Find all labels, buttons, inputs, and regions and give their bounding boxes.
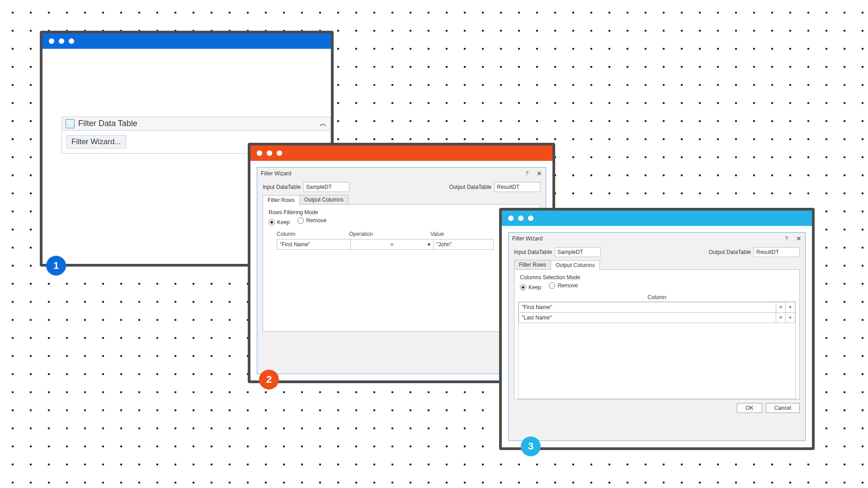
radio-remove[interactable]: Remove (549, 282, 578, 289)
group-title: Columns Selection Mode (514, 270, 799, 282)
window-dot-icon (267, 150, 272, 156)
step-badge-3: 3 (521, 436, 541, 456)
window-dot-icon (508, 216, 514, 221)
step-badge-1: 1 (46, 256, 66, 276)
activity-title: Filter Data Table (78, 119, 137, 128)
radio-remove[interactable]: Remove (297, 217, 326, 224)
titlebar-2 (250, 145, 552, 161)
activity-header[interactable]: Filter Data Table ︽ (61, 117, 331, 131)
tab-output-columns[interactable]: Output Columns (551, 260, 600, 270)
ok-button[interactable]: OK (737, 403, 762, 413)
filter-wizard-button[interactable]: Filter Wizard... (66, 135, 126, 149)
column-row: "Last Name" × + (519, 312, 795, 323)
dialog-buttons: OK Cancel (509, 399, 805, 417)
filter-grid-headers: Column Operation Value (263, 229, 540, 239)
output-datatable-label: Output DataTable (709, 249, 751, 255)
output-datatable-field[interactable]: ResultDT (754, 247, 800, 257)
input-datatable-field[interactable]: SampleDT (555, 247, 601, 257)
add-row-button[interactable]: + (785, 312, 795, 323)
radio-keep[interactable]: Keep (520, 284, 541, 291)
dialog-title: Filter Wizard (261, 170, 291, 177)
tab-panel: Columns Selection Mode Keep Remove Colum… (514, 270, 800, 399)
filter-column-cell[interactable]: "First Name" (277, 239, 351, 250)
dialog-titlebar: Filter Wizard ? ✕ (509, 233, 805, 244)
close-icon[interactable]: ✕ (537, 170, 542, 177)
column-name-cell[interactable]: "Last Name" (519, 312, 776, 323)
radio-keep[interactable]: Keep (269, 219, 290, 225)
help-icon[interactable]: ? (785, 235, 788, 242)
tab-panel: Rows Filtering Mode Keep Remove Column O… (263, 205, 540, 332)
titlebar-3 (502, 211, 812, 226)
tab-output-columns[interactable]: Output Columns (299, 195, 349, 204)
add-row-button[interactable]: + (785, 302, 795, 313)
io-row: Input DataTable SampleDT Output DataTabl… (509, 244, 805, 260)
window-body-3: Filter Wizard ? ✕ Input DataTable Sample… (502, 226, 812, 447)
titlebar-1 (42, 33, 331, 49)
tab-strip: Filter Rows Output Columns (263, 195, 540, 205)
filter-operation-cell[interactable]: =▾ (350, 239, 434, 250)
column-header: Column (514, 293, 799, 301)
tab-filter-rows[interactable]: Filter Rows (263, 195, 300, 205)
step-badge-2: 2 (259, 370, 279, 389)
dialog-title: Filter Wizard (512, 235, 542, 242)
window-dot-icon (277, 150, 282, 156)
input-datatable-label: Input DataTable (514, 249, 552, 255)
remove-row-button[interactable]: × (776, 312, 786, 323)
window-dot-icon (69, 38, 74, 44)
filter-grid-row: "First Name" =▾ "John" (263, 239, 540, 250)
step-3-window: Filter Wizard ? ✕ Input DataTable Sample… (499, 208, 815, 450)
help-icon[interactable]: ? (525, 170, 528, 177)
window-dot-icon (49, 38, 54, 44)
group-title: Rows Filtering Mode (263, 205, 540, 217)
columns-list: "First Name" × + "Last Name" × + (518, 301, 796, 399)
tab-strip: Filter Rows Output Columns (514, 260, 800, 270)
input-datatable-field[interactable]: SampleDT (303, 182, 349, 192)
canvas: Filter Data Table ︽ Filter Wizard... 1 F… (0, 0, 868, 488)
dialog-titlebar: Filter Wizard ? ✕ (257, 168, 546, 179)
collapse-icon[interactable]: ︽ (320, 119, 327, 128)
database-icon (66, 119, 75, 128)
tab-filter-rows[interactable]: Filter Rows (514, 260, 551, 269)
column-name-cell[interactable]: "First Name" (519, 302, 776, 313)
filter-value-cell[interactable]: "John" (433, 239, 494, 250)
output-datatable-field[interactable]: ResultDT (494, 182, 540, 192)
window-dot-icon (257, 150, 262, 156)
window-dot-icon (518, 216, 524, 221)
close-icon[interactable]: ✕ (796, 235, 802, 242)
remove-row-button[interactable]: × (776, 302, 786, 313)
cancel-button[interactable]: Cancel (766, 403, 800, 413)
dropdown-icon: ▾ (428, 241, 430, 248)
window-dot-icon (528, 216, 533, 221)
input-datatable-label: Input DataTable (263, 184, 301, 190)
window-dot-icon (59, 38, 64, 44)
column-row: "First Name" × + (519, 302, 795, 313)
output-datatable-label: Output DataTable (449, 184, 491, 190)
filter-wizard-dialog-cols: Filter Wizard ? ✕ Input DataTable Sample… (508, 232, 806, 441)
io-row: Input DataTable SampleDT Output DataTabl… (257, 179, 546, 195)
